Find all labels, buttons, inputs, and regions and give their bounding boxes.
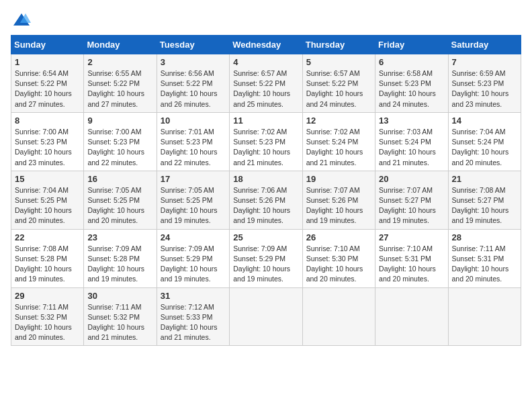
calendar-table: SundayMondayTuesdayWednesdayThursdayFrid… <box>11 35 521 346</box>
day-info: Sunrise: 7:02 AMSunset: 5:23 PMDaylight:… <box>233 127 298 168</box>
calendar-cell: 9Sunrise: 7:00 AMSunset: 5:23 PMDaylight… <box>84 112 157 171</box>
calendar-cell: 21Sunrise: 7:08 AMSunset: 5:27 PMDayligh… <box>448 171 521 229</box>
day-number: 3 <box>161 57 226 67</box>
day-info: Sunrise: 7:04 AMSunset: 5:24 PMDaylight:… <box>452 127 517 168</box>
day-info: Sunrise: 7:05 AMSunset: 5:25 PMDaylight:… <box>161 185 226 226</box>
day-number: 10 <box>161 116 226 126</box>
day-number: 5 <box>306 57 371 67</box>
day-number: 17 <box>161 174 226 184</box>
day-info: Sunrise: 7:05 AMSunset: 5:25 PMDaylight:… <box>87 185 152 226</box>
calendar-cell: 31Sunrise: 7:12 AMSunset: 5:33 PMDayligh… <box>157 287 229 346</box>
day-number: 19 <box>306 174 371 184</box>
weekday-header-tuesday: Tuesday <box>157 36 229 54</box>
day-info: Sunrise: 6:54 AMSunset: 5:22 PMDaylight:… <box>15 68 80 109</box>
calendar-cell: 1Sunrise: 6:54 AMSunset: 5:22 PMDaylight… <box>11 54 84 113</box>
calendar-cell: 23Sunrise: 7:09 AMSunset: 5:28 PMDayligh… <box>84 229 157 287</box>
calendar-cell <box>230 287 302 346</box>
day-info: Sunrise: 6:57 AMSunset: 5:22 PMDaylight:… <box>306 68 371 109</box>
calendar-cell: 15Sunrise: 7:04 AMSunset: 5:25 PMDayligh… <box>11 171 84 229</box>
day-info: Sunrise: 7:12 AMSunset: 5:33 PMDaylight:… <box>161 302 226 343</box>
calendar-cell <box>375 287 448 346</box>
day-info: Sunrise: 7:09 AMSunset: 5:29 PMDaylight:… <box>161 244 226 285</box>
day-info: Sunrise: 7:06 AMSunset: 5:26 PMDaylight:… <box>233 185 298 226</box>
day-info: Sunrise: 7:11 AMSunset: 5:31 PMDaylight:… <box>452 244 517 285</box>
day-info: Sunrise: 7:08 AMSunset: 5:27 PMDaylight:… <box>452 185 517 226</box>
day-info: Sunrise: 7:01 AMSunset: 5:23 PMDaylight:… <box>161 127 226 168</box>
day-number: 22 <box>15 232 80 242</box>
day-number: 8 <box>15 116 80 126</box>
calendar-cell: 26Sunrise: 7:10 AMSunset: 5:30 PMDayligh… <box>302 229 375 287</box>
weekday-header-friday: Friday <box>375 36 448 54</box>
logo <box>11 11 31 30</box>
day-number: 2 <box>87 57 152 67</box>
calendar-cell: 11Sunrise: 7:02 AMSunset: 5:23 PMDayligh… <box>230 112 302 171</box>
logo-icon <box>12 11 31 30</box>
calendar-cell: 30Sunrise: 7:11 AMSunset: 5:32 PMDayligh… <box>84 287 157 346</box>
day-number: 15 <box>15 174 80 184</box>
calendar-cell: 13Sunrise: 7:03 AMSunset: 5:24 PMDayligh… <box>375 112 448 171</box>
page-header <box>11 11 521 30</box>
day-info: Sunrise: 7:10 AMSunset: 5:31 PMDaylight:… <box>379 244 444 285</box>
day-number: 20 <box>379 174 444 184</box>
day-number: 7 <box>452 57 517 67</box>
day-number: 11 <box>233 116 298 126</box>
weekday-header-sunday: Sunday <box>11 36 84 54</box>
day-number: 28 <box>452 232 517 242</box>
day-number: 24 <box>161 232 226 242</box>
day-info: Sunrise: 6:55 AMSunset: 5:22 PMDaylight:… <box>87 68 152 109</box>
day-info: Sunrise: 7:07 AMSunset: 5:27 PMDaylight:… <box>379 185 444 226</box>
day-number: 13 <box>379 116 444 126</box>
day-number: 1 <box>15 57 80 67</box>
day-number: 23 <box>87 232 152 242</box>
calendar-cell: 12Sunrise: 7:02 AMSunset: 5:24 PMDayligh… <box>302 112 375 171</box>
calendar-cell: 22Sunrise: 7:08 AMSunset: 5:28 PMDayligh… <box>11 229 84 287</box>
day-info: Sunrise: 7:02 AMSunset: 5:24 PMDaylight:… <box>306 127 371 168</box>
calendar-cell <box>302 287 375 346</box>
calendar-cell: 5Sunrise: 6:57 AMSunset: 5:22 PMDaylight… <box>302 54 375 113</box>
weekday-header-thursday: Thursday <box>302 36 375 54</box>
day-number: 21 <box>452 174 517 184</box>
day-number: 14 <box>452 116 517 126</box>
calendar-cell: 14Sunrise: 7:04 AMSunset: 5:24 PMDayligh… <box>448 112 521 171</box>
day-number: 29 <box>15 291 80 301</box>
day-number: 27 <box>379 232 444 242</box>
calendar-cell: 3Sunrise: 6:56 AMSunset: 5:22 PMDaylight… <box>157 54 229 113</box>
calendar-cell <box>448 287 521 346</box>
calendar-cell: 16Sunrise: 7:05 AMSunset: 5:25 PMDayligh… <box>84 171 157 229</box>
calendar-cell: 7Sunrise: 6:59 AMSunset: 5:23 PMDaylight… <box>448 54 521 113</box>
day-info: Sunrise: 7:10 AMSunset: 5:30 PMDaylight:… <box>306 244 371 285</box>
day-info: Sunrise: 6:58 AMSunset: 5:23 PMDaylight:… <box>379 68 444 109</box>
day-info: Sunrise: 7:07 AMSunset: 5:26 PMDaylight:… <box>306 185 371 226</box>
calendar-cell: 29Sunrise: 7:11 AMSunset: 5:32 PMDayligh… <box>11 287 84 346</box>
day-number: 25 <box>233 232 298 242</box>
day-number: 16 <box>87 174 152 184</box>
calendar-cell: 28Sunrise: 7:11 AMSunset: 5:31 PMDayligh… <box>448 229 521 287</box>
day-number: 12 <box>306 116 371 126</box>
day-info: Sunrise: 7:04 AMSunset: 5:25 PMDaylight:… <box>15 185 80 226</box>
calendar-cell: 4Sunrise: 6:57 AMSunset: 5:22 PMDaylight… <box>230 54 302 113</box>
calendar-cell: 8Sunrise: 7:00 AMSunset: 5:23 PMDaylight… <box>11 112 84 171</box>
calendar-cell: 20Sunrise: 7:07 AMSunset: 5:27 PMDayligh… <box>375 171 448 229</box>
day-info: Sunrise: 7:09 AMSunset: 5:28 PMDaylight:… <box>87 244 152 285</box>
day-info: Sunrise: 6:56 AMSunset: 5:22 PMDaylight:… <box>161 68 226 109</box>
day-number: 30 <box>87 291 152 301</box>
calendar-cell: 2Sunrise: 6:55 AMSunset: 5:22 PMDaylight… <box>84 54 157 113</box>
weekday-header-saturday: Saturday <box>448 36 521 54</box>
day-info: Sunrise: 7:11 AMSunset: 5:32 PMDaylight:… <box>15 302 80 343</box>
calendar-cell: 18Sunrise: 7:06 AMSunset: 5:26 PMDayligh… <box>230 171 302 229</box>
calendar-cell: 17Sunrise: 7:05 AMSunset: 5:25 PMDayligh… <box>157 171 229 229</box>
day-info: Sunrise: 7:00 AMSunset: 5:23 PMDaylight:… <box>87 127 152 168</box>
day-info: Sunrise: 7:03 AMSunset: 5:24 PMDaylight:… <box>379 127 444 168</box>
day-number: 4 <box>233 57 298 67</box>
day-info: Sunrise: 6:59 AMSunset: 5:23 PMDaylight:… <box>452 68 517 109</box>
day-number: 6 <box>379 57 444 67</box>
day-info: Sunrise: 7:08 AMSunset: 5:28 PMDaylight:… <box>15 244 80 285</box>
day-number: 26 <box>306 232 371 242</box>
day-info: Sunrise: 7:11 AMSunset: 5:32 PMDaylight:… <box>87 302 152 343</box>
calendar-cell: 10Sunrise: 7:01 AMSunset: 5:23 PMDayligh… <box>157 112 229 171</box>
day-info: Sunrise: 7:09 AMSunset: 5:29 PMDaylight:… <box>233 244 298 285</box>
day-info: Sunrise: 6:57 AMSunset: 5:22 PMDaylight:… <box>233 68 298 109</box>
calendar-cell: 25Sunrise: 7:09 AMSunset: 5:29 PMDayligh… <box>230 229 302 287</box>
weekday-header-wednesday: Wednesday <box>230 36 302 54</box>
calendar-cell: 19Sunrise: 7:07 AMSunset: 5:26 PMDayligh… <box>302 171 375 229</box>
